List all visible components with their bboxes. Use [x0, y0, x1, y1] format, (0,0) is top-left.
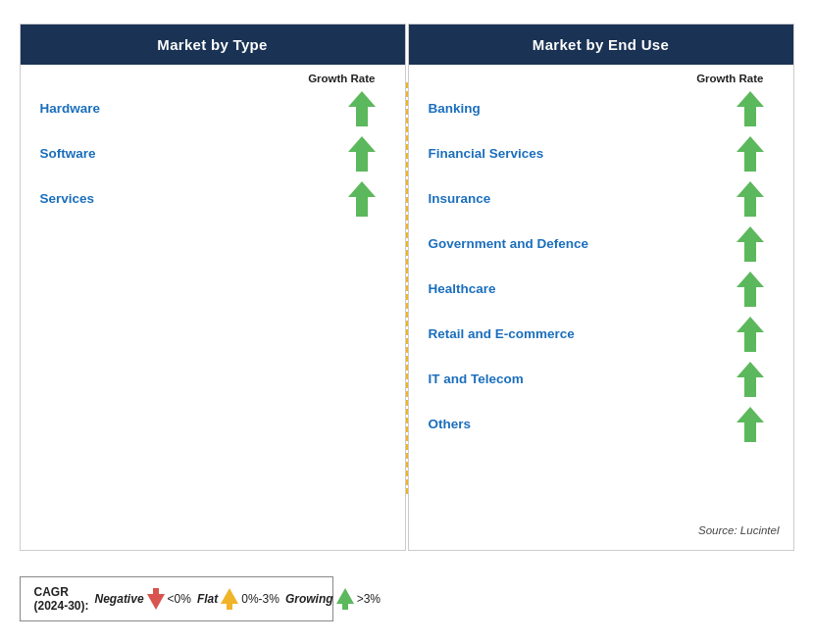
list-item: Retail and E-commerce [409, 312, 793, 357]
arrow-up-icon-banking [737, 91, 764, 126]
legend-item-flat: Flat 0%-3% [197, 588, 279, 610]
legend-value-negative: <0% [168, 592, 191, 606]
svg-marker-4 [737, 136, 764, 172]
left-panel-header: Market by Type [21, 25, 405, 65]
list-item: Software [21, 131, 405, 176]
item-label-govt: Government and Defence [429, 236, 589, 251]
item-label-others: Others [429, 417, 472, 431]
list-item: IT and Telecom [409, 357, 793, 402]
right-panel-header: Market by End Use [409, 25, 793, 65]
svg-marker-6 [737, 226, 764, 262]
item-label-it: IT and Telecom [429, 372, 524, 386]
right-panel: Market by End Use Growth Rate Banking Fi… [408, 24, 794, 551]
svg-marker-0 [348, 91, 376, 126]
list-item: Hardware [21, 86, 405, 131]
item-label-services: Services [40, 191, 95, 206]
list-item: Financial Services [409, 131, 793, 176]
legend-value-growing: >3% [357, 592, 381, 606]
arrow-up-icon-healthcare [737, 272, 764, 307]
arrow-up-icon-govt [737, 226, 764, 262]
arrow-up-icon-others [737, 407, 764, 442]
arrow-up-icon-services [348, 181, 376, 217]
svg-marker-11 [147, 588, 165, 610]
legend-label-growing: Growing [285, 592, 333, 606]
svg-marker-13 [336, 588, 354, 610]
list-item: Insurance [409, 176, 793, 222]
svg-marker-3 [737, 91, 764, 126]
right-growth-label: Growth Rate [409, 65, 793, 86]
item-label-healthcare: Healthcare [429, 281, 496, 296]
svg-marker-12 [221, 588, 238, 610]
list-item: Banking [409, 86, 793, 131]
arrow-up-icon-retail [737, 317, 764, 352]
list-item: Services [21, 176, 405, 222]
legend-label-flat: Flat [197, 592, 218, 606]
svg-marker-9 [737, 362, 764, 397]
arrow-up-green-icon [336, 588, 354, 610]
svg-marker-10 [737, 407, 764, 442]
source-label: Source: Lucintel [698, 524, 779, 536]
legend-value-flat: 0%-3% [241, 592, 279, 606]
arrow-up-icon-hardware [348, 91, 376, 126]
bottom-row: CAGR (2024-30): Negative <0% Flat 0%-3% [20, 559, 794, 621]
svg-marker-2 [348, 181, 376, 217]
svg-marker-7 [737, 272, 764, 307]
svg-marker-1 [348, 136, 376, 172]
svg-marker-8 [737, 317, 764, 352]
arrow-up-icon-financial [737, 136, 764, 172]
item-label-hardware: Hardware [40, 101, 101, 116]
arrow-up-icon-insurance [737, 181, 764, 217]
svg-marker-5 [737, 181, 764, 217]
legend-cagr-label: CAGR (2024-30): [34, 585, 89, 613]
item-label-banking: Banking [429, 101, 481, 116]
list-item: Others [409, 402, 793, 447]
charts-row: Market by Type Growth Rate Hardware Soft… [20, 24, 794, 551]
item-label-software: Software [40, 146, 96, 161]
legend-item-growing: Growing >3% [285, 588, 381, 610]
arrow-up-icon-it [737, 362, 764, 397]
list-item: Healthcare [409, 267, 793, 312]
legend-item-negative: Negative <0% [95, 588, 191, 610]
item-label-insurance: Insurance [429, 191, 491, 206]
legend-label-negative: Negative [95, 592, 144, 606]
item-label-financial: Financial Services [429, 146, 544, 161]
legend: CAGR (2024-30): Negative <0% Flat 0%-3% [20, 576, 333, 621]
left-panel: Market by Type Growth Rate Hardware Soft… [20, 24, 406, 551]
main-container: Market by Type Growth Rate Hardware Soft… [10, 14, 804, 631]
left-growth-label: Growth Rate [21, 65, 405, 86]
arrow-down-red-icon [147, 588, 165, 610]
arrow-up-yellow-icon [221, 588, 238, 610]
list-item: Government and Defence [409, 222, 793, 267]
arrow-up-icon-software [348, 136, 376, 172]
item-label-retail: Retail and E-commerce [429, 326, 575, 341]
